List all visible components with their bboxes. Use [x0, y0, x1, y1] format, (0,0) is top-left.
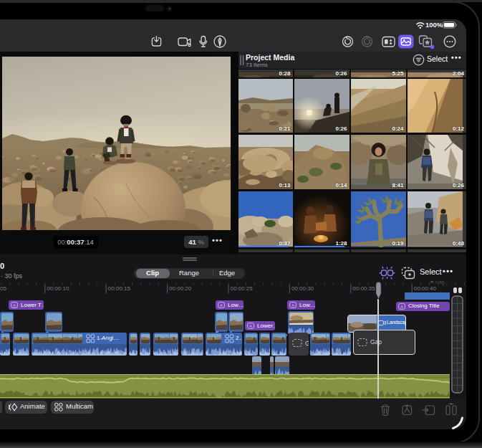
- svg-text:00:00:15: 00:00:15: [108, 285, 131, 292]
- svg-text:00:00:20: 00:00:20: [169, 285, 192, 292]
- svg-text:00:00:10: 00:00:10: [47, 285, 69, 292]
- svg-text:00:00:30: 00:00:30: [291, 285, 314, 292]
- svg-text:A: A: [291, 303, 294, 308]
- svg-text:⚑ Flag: ⚑ Flag: [430, 281, 445, 285]
- svg-text:A: A: [249, 324, 252, 328]
- svg-text:00:00:25: 00:00:25: [231, 285, 254, 292]
- svg-text:05: 05: [0, 285, 6, 292]
- svg-text:00:00:35: 00:00:35: [352, 285, 375, 292]
- svg-text:00:00:40: 00:00:40: [414, 285, 437, 292]
- svg-text:A: A: [13, 303, 16, 308]
- svg-text:A: A: [220, 303, 223, 308]
- svg-text:A: A: [400, 304, 403, 308]
